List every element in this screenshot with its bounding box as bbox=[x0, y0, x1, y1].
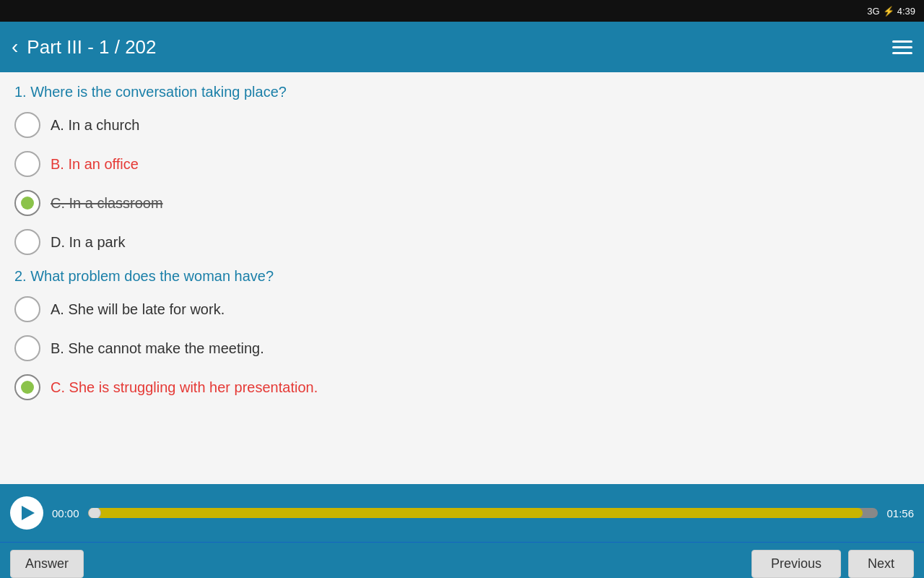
button-bar: Answer Previous Next bbox=[0, 542, 924, 578]
option-q1c-text: C. In a classroom bbox=[51, 195, 163, 212]
header: ‹ Part III - 1 / 202 bbox=[0, 22, 924, 72]
question-1: 1. Where is the conversation taking plac… bbox=[14, 84, 910, 255]
question-1-option-a[interactable]: A. In a church bbox=[14, 112, 910, 138]
clock-text: 4:39 bbox=[897, 6, 915, 17]
radio-q1d[interactable] bbox=[14, 229, 40, 255]
play-button[interactable] bbox=[10, 496, 43, 530]
status-bar: 3G ⚡ 4:39 bbox=[0, 0, 924, 22]
header-left: ‹ Part III - 1 / 202 bbox=[12, 35, 157, 59]
question-2-title: 2. What problem does the woman have? bbox=[14, 268, 910, 285]
previous-button[interactable]: Previous bbox=[751, 550, 841, 578]
radio-q2a[interactable] bbox=[14, 296, 40, 322]
option-q2a-text: A. She will be late for work. bbox=[51, 301, 225, 318]
question-2: 2. What problem does the woman have? A. … bbox=[14, 268, 910, 400]
answer-button[interactable]: Answer bbox=[10, 550, 84, 578]
question-2-option-b[interactable]: B. She cannot make the meeting. bbox=[14, 335, 910, 361]
option-q1a-text: A. In a church bbox=[51, 117, 139, 134]
question-1-title: 1. Where is the conversation taking plac… bbox=[14, 84, 910, 100]
audio-bar: 00:00 01:56 bbox=[0, 484, 924, 542]
radio-q2c[interactable] bbox=[14, 374, 40, 400]
progress-thumb bbox=[88, 508, 101, 518]
option-q1b-text: B. In an office bbox=[51, 156, 139, 173]
option-q2b-text: B. She cannot make the meeting. bbox=[51, 340, 264, 357]
time-start: 00:00 bbox=[52, 507, 79, 519]
question-1-option-d[interactable]: D. In a park bbox=[14, 229, 910, 255]
option-q2c-text: C. She is struggling with her presentati… bbox=[51, 379, 318, 396]
battery-icon: ⚡ bbox=[883, 6, 894, 17]
play-icon bbox=[22, 506, 35, 520]
question-2-option-a[interactable]: A. She will be late for work. bbox=[14, 296, 910, 322]
header-title: Part III - 1 / 202 bbox=[27, 36, 156, 59]
question-1-option-c[interactable]: C. In a classroom bbox=[14, 190, 910, 216]
question-2-option-c[interactable]: C. She is struggling with her presentati… bbox=[14, 374, 910, 400]
option-q1d-text: D. In a park bbox=[51, 234, 125, 251]
time-end: 01:56 bbox=[886, 507, 914, 519]
question-1-option-b[interactable]: B. In an office bbox=[14, 151, 910, 177]
progress-bar-container[interactable] bbox=[88, 508, 879, 518]
status-icons: 3G ⚡ 4:39 bbox=[867, 6, 915, 17]
radio-q1a[interactable] bbox=[14, 112, 40, 138]
radio-q1c[interactable] bbox=[14, 190, 40, 216]
main-content: 1. Where is the conversation taking plac… bbox=[0, 72, 924, 484]
signal-text: 3G bbox=[867, 6, 879, 17]
menu-button[interactable] bbox=[892, 40, 912, 54]
progress-bar-fill bbox=[88, 508, 863, 518]
radio-q2b[interactable] bbox=[14, 335, 40, 361]
radio-q1b[interactable] bbox=[14, 151, 40, 177]
next-button[interactable]: Next bbox=[848, 550, 914, 578]
back-button[interactable]: ‹ bbox=[12, 35, 18, 59]
